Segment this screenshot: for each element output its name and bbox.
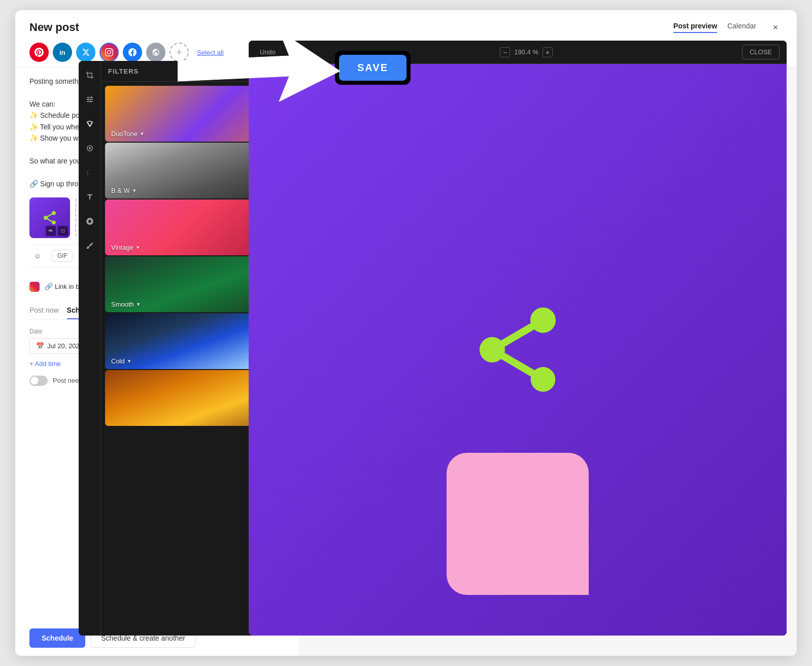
ig-icon bbox=[29, 282, 40, 292]
editor-close-button[interactable]: CLOSE bbox=[742, 45, 780, 59]
toggle-knob bbox=[30, 377, 39, 385]
platform-icon-linkedin[interactable]: in bbox=[53, 43, 72, 62]
platform-icon-twitter[interactable] bbox=[76, 43, 95, 62]
vintage-chevron: ▼ bbox=[136, 245, 141, 250]
text-tool[interactable] bbox=[82, 189, 98, 205]
save-popup: SAVE bbox=[335, 51, 411, 85]
platform-icon-instagram[interactable] bbox=[99, 43, 119, 62]
tab-post-preview[interactable]: Post preview bbox=[673, 22, 717, 33]
pink-bubble bbox=[447, 453, 589, 595]
undo-button[interactable]: Undo bbox=[180, 66, 200, 76]
duotone-chevron: ▼ bbox=[140, 131, 145, 137]
smooth-chevron: ▼ bbox=[136, 302, 141, 307]
editor-toolbar: Undo Redo − 190.4 % + CLOSE bbox=[249, 41, 787, 64]
instagram-tag bbox=[29, 282, 40, 292]
editor-undo-button[interactable]: Undo bbox=[256, 46, 280, 58]
dialog-header: New post Post preview Calendar × bbox=[15, 10, 797, 40]
platform-icon-other[interactable] bbox=[146, 43, 165, 62]
draw-tool[interactable] bbox=[82, 238, 98, 254]
tab-post-now[interactable]: Post now bbox=[29, 306, 59, 319]
platform-icon-facebook[interactable] bbox=[123, 43, 142, 62]
edit-image-btn[interactable]: ✏ bbox=[46, 226, 56, 236]
editor-redo-button[interactable]: Redo bbox=[287, 46, 311, 58]
editor-canvas bbox=[249, 64, 787, 636]
cold-chevron: ▼ bbox=[127, 358, 132, 364]
dialog-title: New post bbox=[29, 21, 79, 34]
emoji-button[interactable]: ☺ bbox=[29, 248, 46, 264]
bw-chevron: ▼ bbox=[132, 188, 137, 193]
filter-undo-redo: Undo Redo bbox=[180, 66, 225, 76]
calendar-icon: 📅 bbox=[36, 342, 44, 350]
vignette-tool[interactable] bbox=[82, 140, 98, 156]
editor-zoom-out[interactable]: − bbox=[500, 47, 510, 57]
adjust-tool[interactable] bbox=[82, 91, 98, 108]
add-platform-button[interactable]: + bbox=[170, 43, 189, 62]
filters-sidebar bbox=[79, 61, 101, 636]
editor-zoom: − 190.4 % + bbox=[500, 47, 553, 57]
gif-button[interactable]: GIF bbox=[52, 250, 73, 262]
save-button[interactable]: SAVE bbox=[339, 55, 407, 81]
sticker-tool[interactable] bbox=[82, 213, 98, 229]
filter-tool[interactable] bbox=[82, 116, 98, 132]
redo-button[interactable]: Redo bbox=[205, 66, 225, 76]
editor-image bbox=[249, 64, 787, 636]
header-right: Post preview Calendar × bbox=[673, 20, 783, 35]
editor-zoom-in[interactable]: + bbox=[543, 47, 553, 57]
schedule-button[interactable]: Schedule bbox=[29, 628, 85, 648]
select-all-link[interactable]: Select all bbox=[197, 49, 224, 56]
filters-title: FILTERS bbox=[108, 68, 139, 75]
image-editor-overlay: Undo Redo − 190.4 % + CLOSE bbox=[249, 41, 787, 636]
crop-tool[interactable] bbox=[82, 67, 98, 83]
post-image-thumb[interactable]: ✏ □ bbox=[29, 197, 70, 238]
svg-point-1 bbox=[89, 147, 91, 149]
approval-toggle[interactable] bbox=[29, 376, 48, 386]
editor-toolbar-left: Undo Redo bbox=[256, 46, 311, 58]
blur-tool[interactable] bbox=[82, 164, 98, 181]
platform-icon-pinterest[interactable] bbox=[29, 43, 49, 62]
close-button[interactable]: × bbox=[768, 20, 783, 35]
delete-image-btn[interactable]: □ bbox=[58, 226, 68, 236]
tab-calendar[interactable]: Calendar bbox=[727, 22, 756, 33]
preview-tabs: Post preview Calendar bbox=[673, 22, 756, 33]
